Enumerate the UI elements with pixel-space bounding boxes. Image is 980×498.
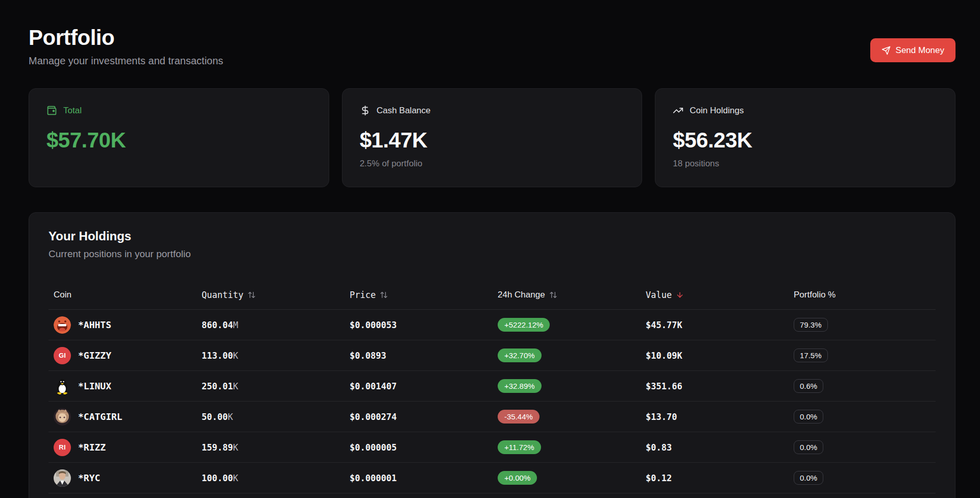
coin-name: *LINUX [78,381,111,391]
portfolio-pct-badge: 0.6% [794,379,823,393]
column-header-label: Quantity [202,290,243,300]
stat-sublabel: 2.5% of portfolio [360,159,625,169]
wallet-icon [46,105,57,116]
value-cell: $13.70 [641,412,789,422]
change-badge: +0.00% [498,471,537,485]
column-header: Portfolio % [789,290,936,309]
arrow-up-down-icon [549,291,557,299]
price-cell: $0.000053 [345,320,493,330]
holdings-subtitle: Current positions in your portfolio [48,248,936,260]
portfolio-pct-badge: 0.0% [794,410,823,424]
quantity-cell: 113.00K [197,351,345,361]
stat-card: Cash Balance $1.47K 2.5% of portfolio [342,88,643,187]
value-cell: $351.66 [641,381,789,391]
portfolio-pct-badge: 17.5% [794,348,828,362]
column-header-label: Price [350,290,376,300]
change-badge: +32.89% [498,379,542,393]
stat-value: $56.23K [673,128,938,153]
portfolio-pct-cell: 79.3% [789,318,936,332]
stat-card-header: Cash Balance [360,105,625,116]
stat-card-header: Total [46,105,311,116]
value-cell: $0.12 [641,473,789,483]
portfolio-pct-cell: 0.0% [789,410,936,424]
coin-name: *RIZZ [78,442,106,453]
quantity-cell: 250.01K [197,381,345,391]
price-cell: $0.000005 [345,442,493,453]
page-subtitle: Manage your investments and transactions [29,55,223,67]
stat-label: Cash Balance [377,106,431,116]
quantity-cell: 860.04M [197,320,345,330]
price-cell: $0.000001 [345,473,493,483]
holdings-table-row[interactable]: *LINUX 250.01K $0.001407 +32.89% $351.66… [48,371,936,402]
holdings-table-head: Coin Quantity Price 24h Change Value Por… [48,275,936,310]
portfolio-pct-cell: 0.0% [789,440,936,454]
coin-name: *AHHTS [78,319,111,330]
price-cell: $0.0893 [345,351,493,361]
page-header: Portfolio Manage your investments and tr… [29,26,955,67]
tux-penguin-avatar [54,378,71,395]
coin-cell: *CATGIRL [48,408,197,426]
column-header[interactable]: Quantity [197,290,345,309]
anime-girl-avatar [54,408,71,426]
portfolio-pct-badge: 0.0% [794,471,823,485]
arrow-down-icon [676,291,684,299]
quantity-cell: 100.00K [197,473,345,483]
change-badge: -35.44% [498,410,540,424]
holdings-card: Your Holdings Current positions in your … [29,212,955,498]
portfolio-pct-badge: 0.0% [794,440,823,454]
stat-card: Total $57.70K [29,88,329,187]
change-badge: +11.72% [498,440,541,454]
price-cell: $0.001407 [345,381,493,391]
send-money-label: Send Money [896,45,944,56]
price-cell: $0.000274 [345,412,493,422]
portfolio-pct-badge: 79.3% [794,318,828,332]
change-cell: +11.72% [493,440,641,454]
value-cell: $10.09K [641,351,789,361]
portfolio-pct-cell: 0.6% [789,379,936,393]
holdings-table-body: *AHHTS 860.04M $0.000053 +5222.12% $45.7… [48,310,936,493]
change-cell: -35.44% [493,410,641,424]
arrow-up-down-icon [380,291,388,299]
column-header[interactable]: 24h Change [493,290,641,309]
holdings-table-row[interactable]: GI *GIZZY 113.00K $0.0893 +32.70% $10.09… [48,340,936,371]
coin-name: *GIZZY [78,350,111,361]
holdings-table-row[interactable]: *CATGIRL 50.00K $0.000274 -35.44% $13.70… [48,402,936,432]
portfolio-pct-cell: 17.5% [789,348,936,362]
stat-value: $1.47K [360,128,625,153]
portfolio-page: Portfolio Manage your investments and tr… [0,0,980,498]
send-icon [881,46,891,55]
dollar-icon [360,105,371,116]
column-header: Coin [48,290,197,309]
coin-name: *RYC [78,472,100,483]
change-cell: +32.70% [493,348,641,362]
change-cell: +5222.12% [493,318,641,332]
arrow-up-down-icon [248,291,256,299]
stat-card: Coin Holdings $56.23K 18 positions [655,88,955,187]
stat-card-header: Coin Holdings [673,105,938,116]
column-header[interactable]: Value [641,290,789,309]
send-money-button[interactable]: Send Money [870,38,955,62]
quantity-cell: 159.89K [197,442,345,453]
man-portrait-avatar [54,469,71,487]
page-title: Portfolio [29,26,223,50]
quantity-cell: 50.00K [197,412,345,422]
coin-avatar-initials: RI [54,439,71,456]
column-header[interactable]: Price [345,290,493,309]
change-cell: +32.89% [493,379,641,393]
value-cell: $0.83 [641,442,789,453]
change-cell: +0.00% [493,471,641,485]
coin-cell: *RYC [48,469,197,487]
coin-name: *CATGIRL [78,411,122,422]
stats-row: Total $57.70K Cash Balance $1.47K 2.5% o… [29,88,955,187]
holdings-table-row[interactable]: *AHHTS 860.04M $0.000053 +5222.12% $45.7… [48,310,936,340]
column-header-label: Portfolio % [794,290,836,300]
coin-cell: *LINUX [48,378,197,395]
stat-label: Total [63,106,82,116]
holdings-table-row[interactable]: RI *RIZZ 159.89K $0.000005 +11.72% $0.83… [48,432,936,463]
change-badge: +5222.12% [498,318,550,332]
holdings-title: Your Holdings [48,229,936,243]
value-cell: $45.77K [641,320,789,330]
holdings-table-row[interactable]: *RYC 100.00K $0.000001 +0.00% $0.12 0.0% [48,463,936,493]
column-header-label: 24h Change [498,290,545,300]
stat-value: $57.70K [46,128,311,153]
